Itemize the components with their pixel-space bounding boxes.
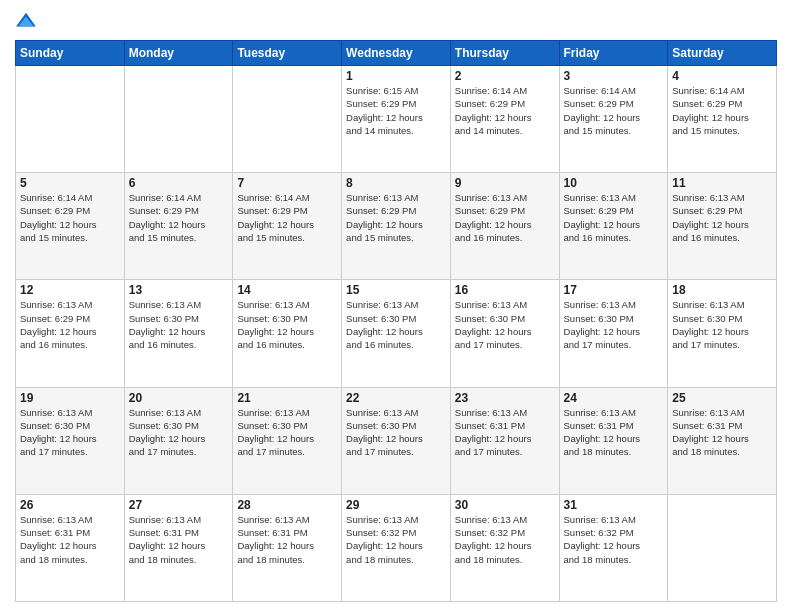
day-number: 8 xyxy=(346,176,446,190)
day-number: 26 xyxy=(20,498,120,512)
calendar-cell: 17Sunrise: 6:13 AMSunset: 6:30 PMDayligh… xyxy=(559,280,668,387)
day-number: 14 xyxy=(237,283,337,297)
calendar-cell: 31Sunrise: 6:13 AMSunset: 6:32 PMDayligh… xyxy=(559,494,668,601)
day-number: 3 xyxy=(564,69,664,83)
calendar-cell: 11Sunrise: 6:13 AMSunset: 6:29 PMDayligh… xyxy=(668,173,777,280)
calendar-cell: 14Sunrise: 6:13 AMSunset: 6:30 PMDayligh… xyxy=(233,280,342,387)
day-info: Sunrise: 6:14 AMSunset: 6:29 PMDaylight:… xyxy=(564,84,664,137)
calendar-cell: 7Sunrise: 6:14 AMSunset: 6:29 PMDaylight… xyxy=(233,173,342,280)
day-info: Sunrise: 6:13 AMSunset: 6:30 PMDaylight:… xyxy=(346,298,446,351)
page: SundayMondayTuesdayWednesdayThursdayFrid… xyxy=(0,0,792,612)
calendar-cell: 2Sunrise: 6:14 AMSunset: 6:29 PMDaylight… xyxy=(450,66,559,173)
calendar-cell xyxy=(124,66,233,173)
calendar-cell: 21Sunrise: 6:13 AMSunset: 6:30 PMDayligh… xyxy=(233,387,342,494)
weekday-header-monday: Monday xyxy=(124,41,233,66)
calendar-cell: 19Sunrise: 6:13 AMSunset: 6:30 PMDayligh… xyxy=(16,387,125,494)
day-number: 18 xyxy=(672,283,772,297)
calendar-cell: 27Sunrise: 6:13 AMSunset: 6:31 PMDayligh… xyxy=(124,494,233,601)
day-info: Sunrise: 6:14 AMSunset: 6:29 PMDaylight:… xyxy=(20,191,120,244)
weekday-header-thursday: Thursday xyxy=(450,41,559,66)
day-number: 25 xyxy=(672,391,772,405)
day-number: 10 xyxy=(564,176,664,190)
day-info: Sunrise: 6:13 AMSunset: 6:29 PMDaylight:… xyxy=(455,191,555,244)
day-number: 28 xyxy=(237,498,337,512)
calendar-cell: 9Sunrise: 6:13 AMSunset: 6:29 PMDaylight… xyxy=(450,173,559,280)
calendar-cell: 5Sunrise: 6:14 AMSunset: 6:29 PMDaylight… xyxy=(16,173,125,280)
day-number: 6 xyxy=(129,176,229,190)
logo xyxy=(15,10,41,32)
day-info: Sunrise: 6:13 AMSunset: 6:30 PMDaylight:… xyxy=(129,406,229,459)
calendar-cell: 29Sunrise: 6:13 AMSunset: 6:32 PMDayligh… xyxy=(342,494,451,601)
day-info: Sunrise: 6:13 AMSunset: 6:30 PMDaylight:… xyxy=(20,406,120,459)
day-info: Sunrise: 6:13 AMSunset: 6:32 PMDaylight:… xyxy=(346,513,446,566)
calendar-cell: 3Sunrise: 6:14 AMSunset: 6:29 PMDaylight… xyxy=(559,66,668,173)
day-number: 24 xyxy=(564,391,664,405)
day-info: Sunrise: 6:13 AMSunset: 6:30 PMDaylight:… xyxy=(672,298,772,351)
day-info: Sunrise: 6:14 AMSunset: 6:29 PMDaylight:… xyxy=(129,191,229,244)
calendar-cell: 6Sunrise: 6:14 AMSunset: 6:29 PMDaylight… xyxy=(124,173,233,280)
calendar-cell: 4Sunrise: 6:14 AMSunset: 6:29 PMDaylight… xyxy=(668,66,777,173)
day-info: Sunrise: 6:15 AMSunset: 6:29 PMDaylight:… xyxy=(346,84,446,137)
day-info: Sunrise: 6:13 AMSunset: 6:31 PMDaylight:… xyxy=(455,406,555,459)
day-info: Sunrise: 6:13 AMSunset: 6:29 PMDaylight:… xyxy=(20,298,120,351)
day-info: Sunrise: 6:14 AMSunset: 6:29 PMDaylight:… xyxy=(455,84,555,137)
day-info: Sunrise: 6:13 AMSunset: 6:32 PMDaylight:… xyxy=(455,513,555,566)
calendar-cell: 26Sunrise: 6:13 AMSunset: 6:31 PMDayligh… xyxy=(16,494,125,601)
day-info: Sunrise: 6:13 AMSunset: 6:31 PMDaylight:… xyxy=(20,513,120,566)
calendar-cell: 28Sunrise: 6:13 AMSunset: 6:31 PMDayligh… xyxy=(233,494,342,601)
calendar-cell: 24Sunrise: 6:13 AMSunset: 6:31 PMDayligh… xyxy=(559,387,668,494)
calendar-cell: 12Sunrise: 6:13 AMSunset: 6:29 PMDayligh… xyxy=(16,280,125,387)
day-number: 11 xyxy=(672,176,772,190)
day-info: Sunrise: 6:13 AMSunset: 6:30 PMDaylight:… xyxy=(564,298,664,351)
day-number: 15 xyxy=(346,283,446,297)
calendar-cell xyxy=(668,494,777,601)
day-number: 23 xyxy=(455,391,555,405)
day-info: Sunrise: 6:14 AMSunset: 6:29 PMDaylight:… xyxy=(672,84,772,137)
calendar-cell: 1Sunrise: 6:15 AMSunset: 6:29 PMDaylight… xyxy=(342,66,451,173)
day-info: Sunrise: 6:14 AMSunset: 6:29 PMDaylight:… xyxy=(237,191,337,244)
logo-icon xyxy=(15,10,37,32)
week-row-1: 1Sunrise: 6:15 AMSunset: 6:29 PMDaylight… xyxy=(16,66,777,173)
week-row-5: 26Sunrise: 6:13 AMSunset: 6:31 PMDayligh… xyxy=(16,494,777,601)
week-row-3: 12Sunrise: 6:13 AMSunset: 6:29 PMDayligh… xyxy=(16,280,777,387)
weekday-header-wednesday: Wednesday xyxy=(342,41,451,66)
day-info: Sunrise: 6:13 AMSunset: 6:31 PMDaylight:… xyxy=(237,513,337,566)
day-number: 17 xyxy=(564,283,664,297)
day-number: 7 xyxy=(237,176,337,190)
calendar-cell: 23Sunrise: 6:13 AMSunset: 6:31 PMDayligh… xyxy=(450,387,559,494)
weekday-header-tuesday: Tuesday xyxy=(233,41,342,66)
day-number: 30 xyxy=(455,498,555,512)
calendar-cell: 22Sunrise: 6:13 AMSunset: 6:30 PMDayligh… xyxy=(342,387,451,494)
day-number: 31 xyxy=(564,498,664,512)
day-number: 27 xyxy=(129,498,229,512)
day-number: 12 xyxy=(20,283,120,297)
calendar-cell: 30Sunrise: 6:13 AMSunset: 6:32 PMDayligh… xyxy=(450,494,559,601)
day-number: 16 xyxy=(455,283,555,297)
day-info: Sunrise: 6:13 AMSunset: 6:29 PMDaylight:… xyxy=(346,191,446,244)
week-row-2: 5Sunrise: 6:14 AMSunset: 6:29 PMDaylight… xyxy=(16,173,777,280)
day-number: 29 xyxy=(346,498,446,512)
calendar-cell xyxy=(16,66,125,173)
day-info: Sunrise: 6:13 AMSunset: 6:30 PMDaylight:… xyxy=(129,298,229,351)
day-info: Sunrise: 6:13 AMSunset: 6:30 PMDaylight:… xyxy=(455,298,555,351)
calendar-cell: 13Sunrise: 6:13 AMSunset: 6:30 PMDayligh… xyxy=(124,280,233,387)
day-number: 1 xyxy=(346,69,446,83)
weekday-header-row: SundayMondayTuesdayWednesdayThursdayFrid… xyxy=(16,41,777,66)
day-info: Sunrise: 6:13 AMSunset: 6:31 PMDaylight:… xyxy=(564,406,664,459)
day-info: Sunrise: 6:13 AMSunset: 6:29 PMDaylight:… xyxy=(672,191,772,244)
day-info: Sunrise: 6:13 AMSunset: 6:30 PMDaylight:… xyxy=(237,406,337,459)
calendar-cell: 18Sunrise: 6:13 AMSunset: 6:30 PMDayligh… xyxy=(668,280,777,387)
calendar-table: SundayMondayTuesdayWednesdayThursdayFrid… xyxy=(15,40,777,602)
day-info: Sunrise: 6:13 AMSunset: 6:32 PMDaylight:… xyxy=(564,513,664,566)
weekday-header-friday: Friday xyxy=(559,41,668,66)
day-number: 5 xyxy=(20,176,120,190)
day-number: 19 xyxy=(20,391,120,405)
header xyxy=(15,10,777,32)
calendar-cell: 25Sunrise: 6:13 AMSunset: 6:31 PMDayligh… xyxy=(668,387,777,494)
day-number: 9 xyxy=(455,176,555,190)
weekday-header-saturday: Saturday xyxy=(668,41,777,66)
day-number: 2 xyxy=(455,69,555,83)
day-number: 4 xyxy=(672,69,772,83)
day-number: 13 xyxy=(129,283,229,297)
calendar-cell: 15Sunrise: 6:13 AMSunset: 6:30 PMDayligh… xyxy=(342,280,451,387)
